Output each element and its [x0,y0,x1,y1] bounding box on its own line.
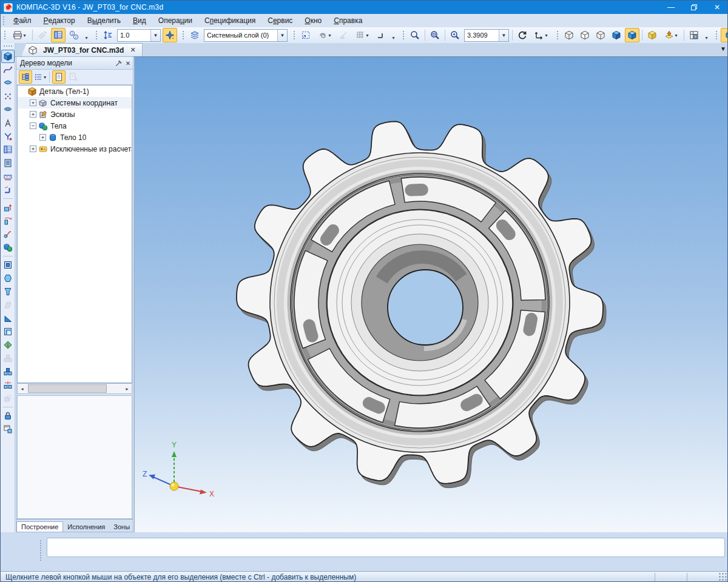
frame-select-button[interactable] [298,28,313,42]
menu-window[interactable]: Окно [298,14,328,27]
mirror-button[interactable] [1,378,15,392]
toolbar-overflow-button[interactable]: ▾ [83,28,90,42]
tree-structure-button[interactable] [19,70,32,84]
expander-icon[interactable]: + [39,134,46,141]
tree-item-sketches[interactable]: +Эскизы [18,109,132,120]
clip-button[interactable]: ▾ [314,28,335,42]
orientation-button[interactable]: ▾ [661,28,681,42]
tab-versions[interactable]: Исполнения [63,522,109,532]
toolbar-grip[interactable] [95,30,98,40]
tree-item-bodies[interactable]: −Тела [18,120,132,132]
zoom-combo[interactable]: 3.3909▼ [464,29,509,42]
hidden-lines-button[interactable] [578,28,592,42]
measure-button[interactable] [1,170,15,183]
zoom-area-button[interactable] [408,28,422,42]
filter-button[interactable] [1,130,15,143]
edit-part-button[interactable] [1,50,15,63]
wireframe-button[interactable] [562,28,576,42]
projection-button[interactable] [687,28,701,42]
expander-icon[interactable]: + [30,99,36,106]
panel-close-icon[interactable]: ✕ [123,58,133,68]
property-bar-grip[interactable] [39,540,42,561]
minimize-button[interactable]: — [659,1,682,14]
rib-button[interactable] [1,312,15,325]
toolbar-grip[interactable] [293,30,296,40]
chevron-down-icon[interactable]: ▼ [499,30,508,41]
section-button[interactable] [1,338,15,352]
shaded-view-button[interactable] [625,28,639,42]
sweep-button[interactable] [1,227,15,241]
chevron-down-icon[interactable]: ▼ [277,30,287,41]
composition-button[interactable]: ▾ [33,70,47,84]
doc-view-button[interactable] [52,70,66,84]
viewport-3d[interactable]: XYZ [134,56,727,532]
pin-icon[interactable] [113,58,123,68]
toolbar-overflow-button[interactable]: ▾ [703,28,710,42]
menu-specification[interactable]: Спецификация [198,14,261,27]
shell-button[interactable] [1,325,15,338]
tree-item-body10[interactable]: +Тело 10 [18,132,132,143]
close-button[interactable]: ✕ [706,1,728,14]
body-ops-button[interactable] [1,241,15,254]
points-button[interactable] [1,90,15,103]
scale-combo[interactable]: 1.0▼ [117,29,161,42]
scroll-left-icon[interactable]: ◂ [18,384,27,393]
expander-icon[interactable]: + [30,111,36,118]
layers-button[interactable] [187,28,202,42]
document-close-icon[interactable]: ✕ [129,46,136,54]
expander-icon[interactable]: − [30,122,36,129]
surface-ops-button[interactable] [1,103,15,116]
document-scale-button[interactable] [101,28,115,42]
boss-button[interactable] [1,258,15,272]
menu-view[interactable]: Вид [127,14,152,27]
grid-button[interactable]: ▾ [352,28,372,42]
menu-select[interactable]: Выделить [81,14,127,27]
tree-item-part[interactable]: Деталь (Тел-1) [18,85,132,97]
tree-item-coordsys[interactable]: +Системы координат [18,97,132,109]
tree-item-excluded[interactable]: +Исключенные из расчета [18,143,132,155]
condition-button[interactable] [1,183,15,196]
report-button[interactable] [1,156,15,170]
extrude-button[interactable] [1,201,15,214]
menu-help[interactable]: Справка [328,14,368,27]
compact-panel-grip[interactable] [3,45,13,48]
specification-button[interactable] [1,143,15,156]
hidden-thin-button[interactable] [593,28,608,42]
move-view-button[interactable]: ▾ [531,28,551,42]
ortho-button[interactable] [374,28,388,42]
expander-icon[interactable]: + [30,146,36,152]
toolbar-grip[interactable] [715,30,718,40]
zoom-window-button[interactable] [428,28,442,42]
menu-grip[interactable] [2,16,5,25]
hole-button[interactable] [1,285,15,298]
toolbar-grip[interactable] [402,30,405,40]
menu-operations[interactable]: Операции [152,14,198,27]
rotate-view-button[interactable] [515,28,530,42]
chamfer-button[interactable] [1,272,15,285]
snap-toggle-button[interactable] [163,28,177,42]
print-button[interactable]: ▾ [9,28,30,42]
tab-zones[interactable]: Зоны [109,522,134,532]
document-tab[interactable]: JW_PT03_for CNC.m3d ✕ [21,43,143,56]
render-mode-button[interactable]: ▾ [721,28,728,42]
scroll-right-icon[interactable]: ▸ [123,384,132,393]
resize-grip[interactable] [719,573,727,581]
sort-order-button[interactable]: 12 [67,28,81,42]
revolve-button[interactable] [1,214,15,227]
surfaces-button[interactable] [1,76,15,90]
tab-scroll-button[interactable]: ▼ [720,45,726,52]
transparent-view-button[interactable] [645,28,659,42]
spatial-curves-button[interactable] [1,63,15,76]
menu-editor[interactable]: Редактор [38,14,81,27]
macro-button[interactable] [1,423,15,436]
menu-file[interactable]: Файл [7,14,38,27]
scroll-thumb[interactable] [28,384,107,393]
gear-model[interactable]: XYZ [135,57,728,532]
solid-view-button[interactable] [609,28,624,42]
chevron-down-icon[interactable]: ▼ [150,30,160,41]
toolbar-grip[interactable] [182,30,185,40]
toolbar-grip[interactable] [4,30,7,40]
layer-combo[interactable]: Системный слой (0)▼ [204,29,288,42]
zoom-in-button[interactable] [448,28,462,42]
lock-button[interactable] [1,409,15,423]
